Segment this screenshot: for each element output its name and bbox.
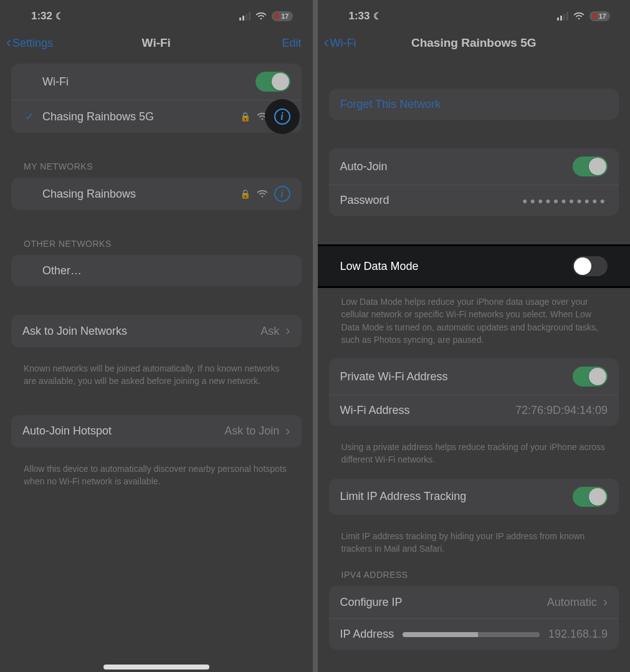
chevron-right-icon: › — [603, 594, 608, 610]
lock-icon: 🔒 — [240, 189, 251, 199]
ip-address-value: 192.168.1.9 — [548, 628, 608, 641]
limit-ip-note: Limit IP address tracking by hiding your… — [329, 524, 619, 558]
limit-ip-group: Limit IP Address Tracking — [329, 479, 619, 515]
other-network-label: Other… — [42, 264, 290, 277]
back-button[interactable]: ‹Wi-Fi — [324, 35, 356, 51]
status-bar: 1:33☾ 17 — [318, 0, 631, 27]
do-not-disturb-icon: ☾ — [55, 11, 64, 21]
wifi-detail-screen: 1:33☾ 17 ‹Wi-Fi Chasing Rainbows 5G Forg… — [318, 0, 631, 672]
nav-bar: ‹Wi-Fi Chasing Rainbows 5G — [318, 27, 631, 64]
autojoin-group: Auto-Join Password ●●●●●●●●●●● — [329, 148, 619, 216]
cellular-signal-icon — [239, 12, 251, 21]
ask-to-join-row[interactable]: Ask to Join Networks Ask › — [11, 315, 302, 347]
edit-button[interactable]: Edit — [282, 37, 301, 50]
limit-ip-toggle[interactable] — [573, 487, 608, 507]
other-networks-group: Other… — [11, 255, 302, 286]
wifi-toggle-row: Wi-Fi — [11, 64, 302, 100]
chevron-right-icon: › — [285, 423, 290, 439]
low-data-mode-highlight: Low Data Mode — [318, 244, 631, 288]
my-networks-group: Chasing Rainbows 🔒 i — [11, 178, 302, 210]
limit-ip-row: Limit IP Address Tracking — [329, 479, 619, 515]
status-time: 1:33☾ — [349, 10, 381, 22]
ask-to-join-note: Known networks will be joined automatica… — [11, 356, 302, 390]
info-button-highlight: i — [265, 99, 300, 134]
my-networks-header: MY NETWORKS — [11, 142, 302, 178]
status-time: 1:32☾ — [31, 10, 64, 22]
network-name: Chasing Rainbows — [42, 188, 240, 201]
password-value: ●●●●●●●●●●● — [522, 196, 608, 206]
back-button[interactable]: ‹Settings — [6, 35, 53, 51]
connected-network-name: Chasing Rainbows 5G — [42, 110, 240, 123]
ip-address-row: IP Address 192.168.1.9 — [329, 618, 619, 650]
private-wifi-address-row: Private Wi-Fi Address — [329, 358, 619, 395]
auto-hotspot-note: Allow this device to automatically disco… — [11, 456, 302, 491]
auto-join-label: Auto-Join — [340, 160, 573, 173]
password-row[interactable]: Password ●●●●●●●●●●● — [329, 185, 619, 216]
ip-address-label: IP Address — [340, 628, 394, 641]
info-icon[interactable]: i — [274, 108, 290, 125]
private-wifi-address-label: Private Wi-Fi Address — [340, 370, 573, 383]
page-title: Wi-Fi — [142, 36, 171, 50]
lock-icon: 🔒 — [240, 112, 251, 122]
page-title: Chasing Rainbows 5G — [411, 36, 537, 50]
limit-ip-label: Limit IP Address Tracking — [340, 490, 573, 503]
ask-to-join-value: Ask — [260, 325, 279, 338]
configure-ip-value: Automatic — [547, 596, 597, 609]
network-row[interactable]: Chasing Rainbows 🔒 i — [11, 178, 302, 210]
private-address-note: Using a private address helps reduce tra… — [329, 434, 619, 469]
info-icon[interactable]: i — [274, 186, 290, 202]
ask-to-join-group: Ask to Join Networks Ask › — [11, 315, 302, 347]
connected-network-row[interactable]: ✓ Chasing Rainbows 5G 🔒 i — [11, 100, 302, 133]
cellular-signal-icon — [557, 12, 568, 21]
status-bar: 1:32☾ 17 — [0, 0, 313, 27]
other-networks-header: OTHER NETWORKS — [11, 219, 302, 255]
auto-hotspot-row[interactable]: Auto-Join Hotspot Ask to Join › — [11, 415, 302, 448]
ipv4-header: IPV4 ADDRESS — [329, 557, 619, 586]
chevron-right-icon: › — [285, 323, 290, 339]
wifi-signal-icon — [257, 190, 268, 198]
chevron-left-icon: ‹ — [324, 34, 329, 51]
wifi-toggle[interactable] — [255, 72, 290, 92]
auto-join-toggle[interactable] — [573, 156, 608, 176]
low-data-mode-toggle[interactable] — [573, 256, 608, 276]
ask-to-join-label: Ask to Join Networks — [22, 325, 260, 338]
auto-hotspot-value: Ask to Join — [224, 425, 279, 438]
low-data-mode-label: Low Data Mode — [340, 260, 573, 273]
wifi-address-value: 72:76:9D:94:14:09 — [515, 404, 608, 417]
wifi-status-icon — [255, 12, 267, 21]
battery-indicator: 17 — [589, 11, 610, 21]
scroll-indicator — [403, 632, 540, 637]
wifi-toggle-label: Wi-Fi — [42, 75, 255, 89]
battery-indicator: 17 — [272, 11, 292, 21]
nav-bar: ‹Settings Wi-Fi Edit — [0, 27, 313, 64]
auto-hotspot-label: Auto-Join Hotspot — [22, 425, 224, 438]
forget-network-group: Forget This Network — [329, 89, 619, 120]
auto-hotspot-group: Auto-Join Hotspot Ask to Join › — [11, 415, 302, 448]
low-data-mode-note: Low Data Mode helps reduce your iPhone d… — [329, 294, 619, 348]
wifi-address-label: Wi-Fi Address — [340, 404, 515, 417]
do-not-disturb-icon: ☾ — [373, 11, 381, 21]
chevron-left-icon: ‹ — [6, 34, 11, 51]
other-network-row[interactable]: Other… — [11, 255, 302, 286]
auto-join-row: Auto-Join — [329, 148, 619, 185]
checkmark-icon: ✓ — [25, 110, 34, 123]
wifi-status-group: Wi-Fi ✓ Chasing Rainbows 5G 🔒 i — [11, 64, 302, 133]
password-label: Password — [340, 194, 522, 207]
wifi-list-screen: 1:32☾ 17 ‹Settings Wi-Fi Edit Wi-Fi ✓ Ch… — [0, 0, 313, 672]
forget-network-button[interactable]: Forget This Network — [329, 89, 619, 120]
configure-ip-label: Configure IP — [340, 596, 547, 609]
ipv4-group: Configure IP Automatic › IP Address 192.… — [329, 586, 619, 650]
wifi-address-row: Wi-Fi Address 72:76:9D:94:14:09 — [329, 395, 619, 426]
wifi-status-icon — [573, 12, 585, 21]
configure-ip-row[interactable]: Configure IP Automatic › — [329, 586, 619, 618]
private-address-group: Private Wi-Fi Address Wi-Fi Address 72:7… — [329, 358, 619, 426]
private-wifi-address-toggle[interactable] — [573, 367, 608, 386]
home-indicator[interactable] — [103, 665, 209, 670]
